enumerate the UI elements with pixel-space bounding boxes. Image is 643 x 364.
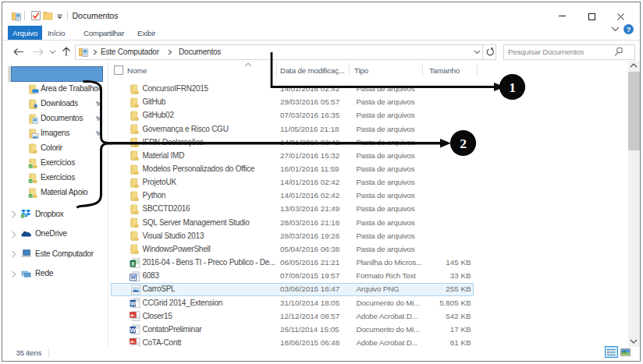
svg-text:1: 1 [509, 80, 516, 95]
svg-text:2: 2 [460, 136, 467, 151]
